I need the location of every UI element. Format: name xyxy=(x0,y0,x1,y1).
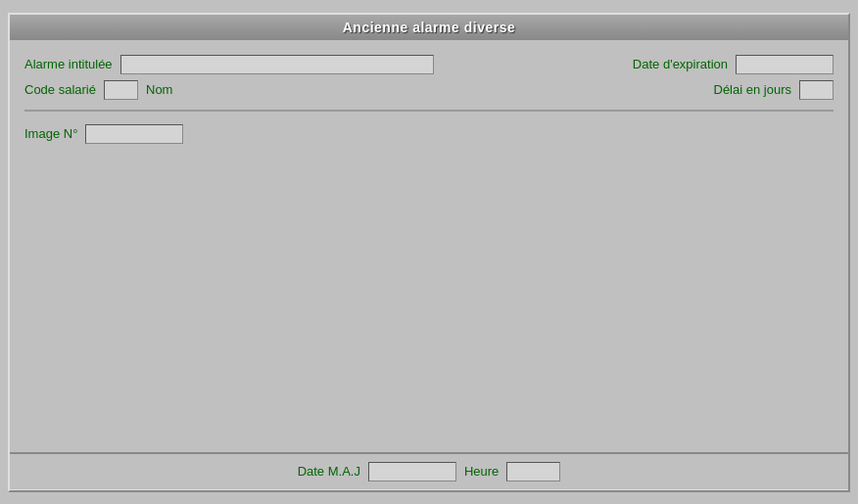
nom-label: Nom xyxy=(146,82,172,97)
date-maj-label: Date M.A.J xyxy=(298,464,360,479)
footer: Date M.A.J Heure xyxy=(10,452,848,490)
code-salarie-label: Code salarié xyxy=(24,82,96,97)
date-expiration-label: Date d'expiration xyxy=(633,57,728,71)
main-content xyxy=(24,152,834,442)
image-no-label: Image N° xyxy=(24,126,77,141)
row-code-salarie: Code salarié Nom Délai en jours xyxy=(24,80,834,100)
alarme-intitulee-label: Alarme intitulée xyxy=(24,57,113,71)
main-window: Ancienne alarme diverse Alarme intitulée… xyxy=(8,13,850,492)
code-salarie-input[interactable] xyxy=(104,80,138,100)
heure-input[interactable] xyxy=(506,462,560,481)
date-expiration-input[interactable] xyxy=(736,55,834,74)
heure-label: Heure xyxy=(464,464,499,479)
title-bar: Ancienne alarme diverse xyxy=(10,15,848,40)
row-image: Image N° xyxy=(24,124,834,144)
row-alarme: Alarme intitulée Date d'expiration xyxy=(24,55,834,74)
header-rows: Alarme intitulée Date d'expiration Code … xyxy=(24,50,834,112)
window-title: Ancienne alarme diverse xyxy=(343,20,515,35)
delai-en-jours-label: Délai en jours xyxy=(714,82,792,97)
alarme-intitulee-input[interactable] xyxy=(120,55,434,74)
content-area: Alarme intitulée Date d'expiration Code … xyxy=(10,40,848,452)
date-maj-input[interactable] xyxy=(368,462,456,481)
image-no-input[interactable] xyxy=(85,124,183,144)
delai-input[interactable] xyxy=(799,80,834,100)
